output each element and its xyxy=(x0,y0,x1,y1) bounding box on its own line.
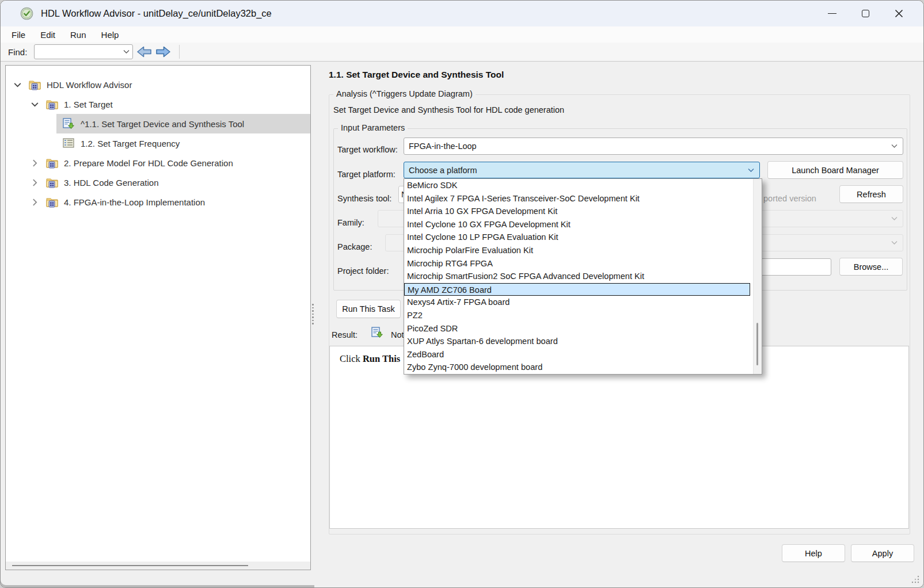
dropdown-option[interactable]: Microchip RTG4 FPGA xyxy=(404,257,752,270)
find-label: Find: xyxy=(8,47,27,57)
result-value-fragment: Not xyxy=(391,330,404,339)
dropdown-option[interactable]: PicoZed SDR xyxy=(404,322,752,335)
chevron-down-icon xyxy=(891,241,898,245)
dropdown-option[interactable]: XUP Atlys Spartan-6 development board xyxy=(404,335,752,348)
chevron-right-icon[interactable] xyxy=(30,158,40,168)
target-platform-label: Target platform: xyxy=(337,170,396,179)
tree-item-hdl-code-generation[interactable]: 3. HDL Code Generation xyxy=(6,173,310,192)
target-workflow-label: Target workflow: xyxy=(337,145,398,154)
tree-scrollbar-thumb[interactable] xyxy=(12,565,248,566)
workflow-folder-icon xyxy=(45,98,59,110)
find-toolbar: Find: xyxy=(1,43,923,62)
family-label: Family: xyxy=(337,218,364,227)
close-button[interactable] xyxy=(882,1,915,26)
synthesis-tool-label: Synthesis tool: xyxy=(337,194,391,203)
target-workflow-value: FPGA-in-the-Loop xyxy=(409,142,477,151)
result-not-run-icon xyxy=(371,326,384,339)
dropdown-option[interactable]: Intel Agilex 7 FPGA I-Series Transceiver… xyxy=(404,192,752,205)
advisor-check-icon xyxy=(20,7,33,20)
task-list-icon xyxy=(62,138,75,149)
tree-item-label: 1.2. Set Target Frequency xyxy=(81,139,180,148)
run-this-task-button[interactable]: Run This Task xyxy=(336,300,401,318)
project-folder-label: Project folder: xyxy=(337,266,389,276)
launch-board-manager-button[interactable]: Launch Board Manager xyxy=(767,161,903,179)
analysis-group-label: Analysis (^Triggers Update Diagram) xyxy=(333,89,476,98)
task-run-icon xyxy=(62,118,75,129)
browse-button[interactable]: Browse... xyxy=(839,258,903,276)
minimize-icon xyxy=(828,13,836,14)
tree-item-fil-implementation[interactable]: 4. FPGA-in-the-Loop Implementation xyxy=(6,192,310,212)
maximize-button[interactable] xyxy=(849,1,882,26)
chevron-down-icon xyxy=(123,50,130,54)
target-platform-dropdown-list: BeMicro SDK Intel Agilex 7 FPGA I-Series… xyxy=(404,178,762,375)
message-bold: Run This xyxy=(363,353,400,364)
task-description: Set Target Device and Synthesis Tool for… xyxy=(333,105,564,114)
minimize-button[interactable] xyxy=(815,1,849,26)
workflow-folder-icon xyxy=(45,157,59,169)
chevron-down-icon[interactable] xyxy=(13,80,22,90)
chevron-right-icon[interactable] xyxy=(30,178,40,188)
package-label: Package: xyxy=(337,242,372,251)
find-combobox[interactable] xyxy=(34,44,133,59)
tree-item-label: ^1.1. Set Target Device and Synthesis To… xyxy=(81,119,244,129)
dropdown-scrollbar-thumb[interactable] xyxy=(756,323,758,365)
find-next-button[interactable] xyxy=(155,45,171,58)
dropdown-option[interactable]: Nexys4 Artix-7 FPGA board xyxy=(404,296,752,309)
dropdown-scrollbar[interactable] xyxy=(753,179,762,374)
close-icon xyxy=(895,9,903,18)
dropdown-option[interactable]: ZedBoard xyxy=(404,348,752,361)
message-prefix: Click xyxy=(340,353,363,364)
dropdown-option[interactable]: Microchip SmartFusion2 SoC FPGA Advanced… xyxy=(404,270,752,283)
synthesis-tool-note-fragment: ported version xyxy=(763,194,816,203)
workflow-folder-icon xyxy=(28,79,41,90)
tree-item-set-target-frequency[interactable]: 1.2. Set Target Frequency xyxy=(6,133,310,153)
refresh-button[interactable]: Refresh xyxy=(839,185,903,203)
chevron-down-icon xyxy=(891,144,898,148)
tree-item-label: 4. FPGA-in-the-Loop Implementation xyxy=(64,197,205,207)
workflow-folder-icon xyxy=(45,177,59,188)
target-platform-value: Choose a platform xyxy=(409,166,477,175)
input-parameters-label: Input Parameters xyxy=(338,123,408,132)
maximize-icon xyxy=(862,10,869,17)
resize-grip[interactable] xyxy=(911,575,919,583)
menu-help[interactable]: Help xyxy=(94,28,127,41)
find-input[interactable] xyxy=(37,45,120,58)
chevron-down-icon xyxy=(748,168,754,172)
window-title: HDL Workflow Advisor - unitDelay_ce/unit… xyxy=(41,8,272,19)
find-previous-button[interactable] xyxy=(136,45,152,58)
panel-splitter[interactable] xyxy=(312,304,314,324)
chevron-down-icon xyxy=(891,217,898,221)
chevron-right-icon[interactable] xyxy=(30,197,40,207)
dropdown-option[interactable]: Intel Cyclone 10 LP FPGA Evaluation Kit xyxy=(404,231,752,244)
dropdown-option[interactable]: PZ2 xyxy=(404,309,752,322)
tree-item-set-target-device[interactable]: ^1.1. Set Target Device and Synthesis To… xyxy=(6,114,310,133)
menu-bar: File Edit Run Help xyxy=(1,26,923,43)
apply-button[interactable]: Apply xyxy=(851,544,914,562)
menu-file[interactable]: File xyxy=(4,28,33,41)
menu-run[interactable]: Run xyxy=(63,28,94,41)
target-workflow-combobox[interactable]: FPGA-in-the-Loop xyxy=(404,138,903,155)
toolbar-separator xyxy=(179,45,180,59)
workflow-tree-panel: HDL Workflow Advisor 1. Set Target xyxy=(5,65,311,570)
target-platform-combobox[interactable]: Choose a platform xyxy=(404,162,760,178)
dropdown-option[interactable]: Zybo Zynq-7000 development board xyxy=(404,361,752,374)
dropdown-option[interactable]: Intel Arria 10 GX FPGA Development Kit xyxy=(404,205,752,218)
tree-item-hdl-workflow-advisor[interactable]: HDL Workflow Advisor xyxy=(6,75,310,94)
tree-horizontal-scrollbar[interactable] xyxy=(6,562,310,570)
workflow-folder-icon xyxy=(45,196,59,208)
result-label: Result: xyxy=(332,330,358,339)
tree-item-label: 1. Set Target xyxy=(64,100,113,109)
hdl-workflow-advisor-window: HDL Workflow Advisor - unitDelay_ce/unit… xyxy=(0,0,924,588)
task-heading: 1.1. Set Target Device and Synthesis Too… xyxy=(329,70,504,80)
tree-item-set-target[interactable]: 1. Set Target xyxy=(6,94,310,114)
title-bar: HDL Workflow Advisor - unitDelay_ce/unit… xyxy=(1,1,923,26)
dropdown-option[interactable]: Microchip PolarFire Evaluation Kit xyxy=(404,244,752,257)
dropdown-option-highlighted[interactable]: My AMD ZC706 Board xyxy=(404,283,750,296)
tree-item-prepare-model[interactable]: 2. Prepare Model For HDL Code Generation xyxy=(6,153,310,173)
dropdown-option[interactable]: BeMicro SDK xyxy=(404,179,752,192)
tree-item-label: HDL Workflow Advisor xyxy=(47,80,132,90)
chevron-down-icon[interactable] xyxy=(30,100,40,109)
menu-edit[interactable]: Edit xyxy=(33,28,63,41)
help-button[interactable]: Help xyxy=(782,544,845,562)
dropdown-option[interactable]: Intel Cyclone 10 GX FPGA Development Kit xyxy=(404,218,752,231)
